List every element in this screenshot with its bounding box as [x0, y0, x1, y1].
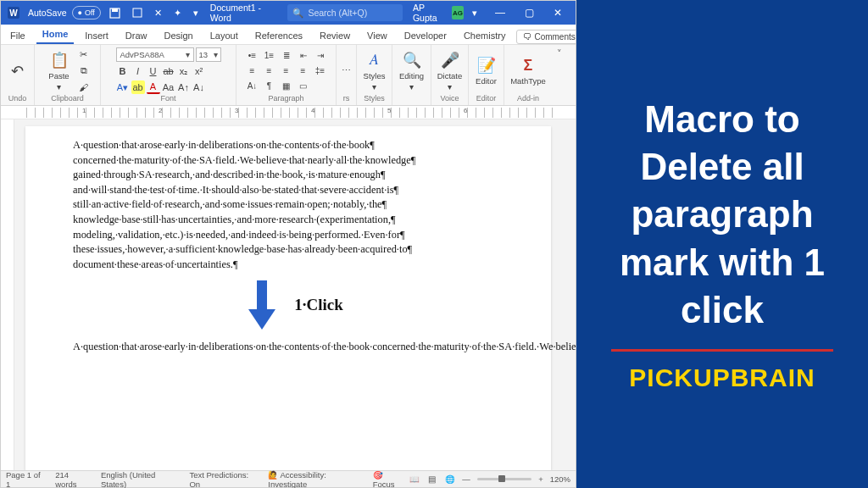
- focus-button[interactable]: 🎯Focus: [373, 470, 403, 489]
- read-mode-button[interactable]: 📖: [409, 474, 420, 485]
- document-title: Document1 - Word: [210, 3, 276, 23]
- editor-button[interactable]: 📝Editor: [472, 56, 501, 86]
- close-button[interactable]: ✕: [543, 4, 572, 21]
- tab-references[interactable]: References: [249, 28, 309, 44]
- user-name[interactable]: AP Gupta: [413, 3, 447, 23]
- justify-button[interactable]: ≡: [296, 64, 310, 77]
- accessibility-icon: 🙋: [268, 470, 278, 480]
- text-effects-button[interactable]: A▾: [116, 80, 130, 94]
- show-marks-button[interactable]: ¶: [262, 80, 276, 92]
- accessibility-indicator[interactable]: 🙋 Accessibility: Investigate: [268, 470, 362, 489]
- language-indicator[interactable]: English (United States): [101, 470, 179, 489]
- zoom-in-button[interactable]: +: [538, 474, 543, 484]
- bold-button[interactable]: B: [116, 64, 130, 78]
- underline-button[interactable]: U: [147, 64, 160, 78]
- undo-icon: ↶: [8, 62, 27, 80]
- shading-button[interactable]: ▦: [279, 80, 293, 92]
- strikethrough-button[interactable]: ab: [162, 64, 175, 78]
- user-dropdown-icon[interactable]: ▾: [469, 4, 481, 21]
- dictate-button[interactable]: 🎤Dictate▾: [436, 51, 465, 92]
- save-icon[interactable]: [106, 4, 124, 21]
- autosave-state: Off: [85, 8, 95, 17]
- bullets-button[interactable]: •≡: [245, 49, 259, 62]
- align-right-button[interactable]: ≡: [279, 64, 293, 77]
- paste-button[interactable]: 📋Paste▾: [45, 51, 74, 92]
- text-predictions-indicator[interactable]: Text Predictions: On: [189, 470, 258, 489]
- horizontal-ruler[interactable]: 1 2 3 4 5 6: [1, 106, 576, 119]
- align-left-button[interactable]: ≡: [245, 64, 259, 77]
- document-page[interactable]: A·question·that·arose·early·in·deliberat…: [25, 126, 551, 470]
- collapse-ribbon-button[interactable]: ˅: [557, 48, 562, 59]
- tab-developer[interactable]: Developer: [398, 28, 453, 44]
- zoom-out-button[interactable]: —: [462, 474, 470, 484]
- subscript-button[interactable]: x₂: [177, 64, 191, 78]
- paragraph-after: A·question·that·arose·early·in·deliberat…: [73, 340, 515, 355]
- styles-button[interactable]: 𝐴Styles▾: [360, 51, 389, 92]
- increase-indent-button[interactable]: ⇥: [313, 49, 327, 62]
- word-count[interactable]: 214 words: [55, 470, 91, 489]
- ruler-mark: 4: [311, 107, 314, 114]
- tab-review[interactable]: Review: [314, 28, 356, 44]
- rs-button[interactable]: ⋯: [340, 64, 353, 78]
- user-avatar[interactable]: AG: [452, 6, 464, 19]
- tab-design[interactable]: Design: [158, 28, 198, 44]
- decrease-indent-button[interactable]: ⇤: [296, 49, 310, 62]
- editor-label: Editor: [476, 76, 497, 86]
- change-case-button[interactable]: Aa: [162, 80, 175, 94]
- tab-home[interactable]: Home: [36, 26, 75, 44]
- comments-button[interactable]: 🗨Comments: [516, 30, 581, 44]
- ruler-mark: 3: [235, 107, 238, 114]
- page-indicator[interactable]: Page 1 of 1: [6, 470, 45, 489]
- line-spacing-button[interactable]: ‡≡: [313, 64, 327, 77]
- font-color-button[interactable]: A: [147, 80, 160, 94]
- tab-file[interactable]: File: [4, 28, 31, 44]
- close-doc-icon[interactable]: ✕: [151, 4, 165, 21]
- mathtype-button[interactable]: ΣMathType: [514, 56, 542, 86]
- italic-button[interactable]: I: [131, 64, 145, 78]
- tab-insert[interactable]: Insert: [79, 28, 114, 44]
- tab-draw[interactable]: Draw: [120, 28, 153, 44]
- svg-rect-3: [112, 8, 118, 12]
- titlebar-dropdown-icon[interactable]: ▾: [190, 4, 202, 21]
- rs-group-label: rs: [343, 94, 350, 103]
- search-placeholder: Search (Alt+Q): [308, 8, 367, 18]
- font-name-dropdown[interactable]: AdvPSA88A▾: [116, 47, 194, 62]
- vertical-ruler[interactable]: [1, 119, 14, 470]
- align-center-button[interactable]: ≡: [262, 64, 276, 77]
- tab-layout[interactable]: Layout: [204, 28, 244, 44]
- cut-button[interactable]: ✂: [77, 48, 91, 62]
- shrink-font-button[interactable]: A↓: [192, 80, 206, 94]
- zoom-value[interactable]: 120%: [550, 474, 570, 484]
- tab-view[interactable]: View: [361, 28, 393, 44]
- borders-button[interactable]: ▭: [296, 80, 310, 92]
- autosave-toggle[interactable]: ● Off: [72, 6, 101, 19]
- zoom-slider[interactable]: [477, 478, 531, 480]
- multilevel-button[interactable]: ≣: [279, 49, 293, 62]
- editing-button[interactable]: 🔍Editing▾: [398, 51, 426, 92]
- compass-icon[interactable]: ✦: [170, 4, 185, 21]
- copy-button[interactable]: ⧉: [77, 64, 91, 78]
- word-icon: W: [4, 4, 23, 21]
- format-painter-button[interactable]: 🖌: [77, 80, 91, 94]
- superscript-button[interactable]: x²: [192, 64, 206, 78]
- highlight-button[interactable]: ab: [131, 80, 145, 94]
- body-text-after[interactable]: A·question·that·arose·early·in·deliberat…: [73, 340, 515, 355]
- numbering-button[interactable]: 1≡: [262, 49, 276, 62]
- peek-icon[interactable]: [129, 4, 146, 21]
- undo-button[interactable]: ↶: [3, 62, 32, 80]
- word-application: W AutoSave ● Off ✕ ✦ ▾ Document1 - Word …: [0, 0, 576, 488]
- minimize-button[interactable]: —: [486, 4, 515, 21]
- tab-chemistry[interactable]: Chemistry: [458, 28, 512, 44]
- document-area[interactable]: A·question·that·arose·early·in·deliberat…: [1, 119, 576, 470]
- comments-label: Comments: [534, 32, 575, 42]
- status-bar: Page 1 of 1 214 words English (United St…: [1, 470, 576, 487]
- maximize-button[interactable]: ▢: [515, 4, 543, 21]
- web-layout-button[interactable]: 🌐: [444, 474, 455, 485]
- undo-group-label: Undo: [8, 94, 27, 103]
- grow-font-button[interactable]: A↑: [177, 80, 191, 94]
- font-size-dropdown[interactable]: 13▾: [196, 47, 221, 62]
- sort-button[interactable]: A↓: [245, 80, 259, 92]
- search-input[interactable]: 🔍 Search (Alt+Q): [287, 4, 403, 21]
- body-text-before[interactable]: A·question·that·arose·early·in·deliberat…: [73, 138, 515, 272]
- print-layout-button[interactable]: ▤: [426, 474, 437, 485]
